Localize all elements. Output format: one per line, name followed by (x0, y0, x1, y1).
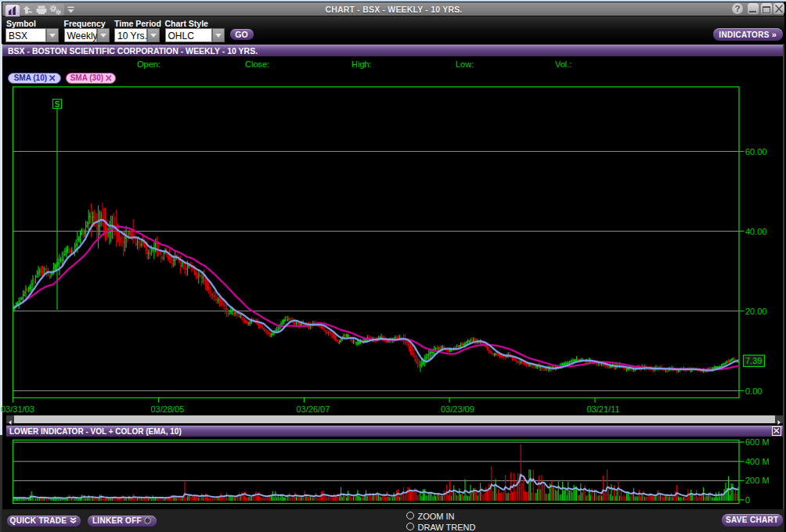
svg-text:20.00: 20.00 (745, 307, 767, 316)
svg-text:03/28/05: 03/28/05 (151, 404, 185, 414)
svg-text:40.00: 40.00 (745, 227, 767, 236)
svg-text:0.00: 0.00 (745, 386, 762, 396)
svg-text:03/31/03: 03/31/03 (1, 404, 34, 414)
svg-text:03/23/09: 03/23/09 (441, 404, 474, 414)
svg-text:0: 0 (745, 495, 750, 505)
svg-text:7.39: 7.39 (745, 356, 762, 365)
svg-text:200 M: 200 M (745, 476, 770, 485)
svg-text:400 M: 400 M (745, 457, 770, 466)
svg-text:03/26/07: 03/26/07 (297, 404, 330, 414)
svg-text:03/21/11: 03/21/11 (587, 404, 620, 414)
svg-text:600 M: 600 M (745, 437, 770, 447)
svg-text:60.00: 60.00 (745, 147, 767, 156)
svg-text:S: S (55, 100, 60, 109)
